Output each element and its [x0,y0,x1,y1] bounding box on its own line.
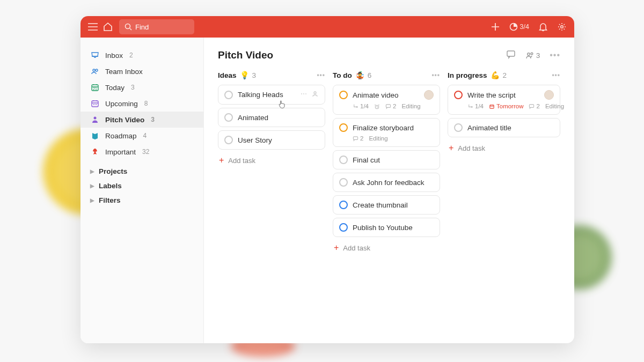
sidebar-section-projects[interactable]: ▶Projects [80,164,203,179]
task-title: Animate video [353,91,419,99]
share-button[interactable]: 3 [525,51,540,60]
svg-rect-15 [386,104,390,107]
more-icon[interactable]: ••• [550,50,560,60]
sidebar-item-count: 4 [143,132,147,139]
task-card[interactable]: Publish to Youtube [333,218,440,237]
plus-icon: + [449,144,453,152]
task-checkbox[interactable] [339,156,348,164]
chevron-right-icon: ▶ [90,183,94,189]
sidebar-item-important[interactable]: Important32 [80,144,203,160]
search-input[interactable]: Find [119,19,194,34]
task-meta: 1/42Editing [339,103,434,109]
svg-rect-16 [353,136,357,139]
task-checkbox[interactable] [339,91,348,99]
column-emoji: 🤹 [355,71,364,79]
chevron-right-icon: ▶ [90,197,94,203]
comments-icon[interactable] [506,49,516,61]
task-checkbox[interactable] [454,91,463,99]
sidebar-item-today[interactable]: 21Today3 [80,79,203,95]
svg-point-3 [93,69,95,71]
sidebar-item-count: 3 [131,84,135,91]
team-icon [90,67,100,76]
sidebar-item-inbox[interactable]: Inbox2 [80,47,203,63]
column-header: In progress💪2••• [448,71,560,79]
progress-counter[interactable]: 3/4 [509,23,529,31]
bell-icon[interactable] [539,22,547,32]
task-title: Write the script [467,91,539,99]
sidebar-item-label: Inbox [105,51,123,60]
sidebar-item-label: Important [105,148,136,156]
home-icon[interactable] [103,22,113,32]
assignee-avatar[interactable] [424,90,434,100]
add-task-button[interactable]: +Add task [218,153,325,168]
task-checkbox[interactable] [339,201,348,209]
column-more-icon[interactable]: ••• [317,71,325,79]
sidebar-item-pitch-video[interactable]: Pitch Video3 [80,112,203,128]
task-checkbox[interactable] [224,113,233,122]
task-title: Create thumbnail [353,201,434,209]
sidebar-item-count: 3 [151,116,155,123]
roadmap-icon [90,131,100,141]
task-checkbox[interactable] [339,123,348,132]
svg-point-4 [96,69,98,71]
board-column-ideas: Ideas💡3•••Talking Heads⋯AnimatedUser Sto… [218,71,325,255]
task-card[interactable]: User Story [218,130,325,150]
column-header: To do🤹6••• [333,71,440,79]
page-title: Pitch Video [218,49,273,61]
task-checkbox[interactable] [224,136,233,144]
task-card[interactable]: Talking Heads⋯ [218,85,325,105]
task-card[interactable]: Ask John for feedback [333,173,440,192]
svg-point-0 [126,24,130,29]
column-count: 2 [503,71,507,79]
task-card[interactable]: Animated [218,108,325,127]
add-icon[interactable] [491,23,500,31]
task-tag: Editing [369,135,387,142]
subtask-count: 1/4 [353,103,369,109]
board-column-in-progress: In progress💪2•••Write the script1/4Tomor… [448,71,560,255]
task-checkbox[interactable] [454,123,463,132]
task-checkbox[interactable] [224,91,233,99]
task-card[interactable]: Write the script1/4Tomorrow2Editing [448,85,560,115]
add-task-button[interactable]: +Add task [448,141,560,156]
sidebar-item-count: 8 [144,100,148,107]
task-title: Publish to Youtube [353,224,434,232]
due-date: Tomorrow [489,103,523,109]
menu-icon[interactable] [88,23,98,31]
sidebar-item-team-inbox[interactable]: Team Inbox [80,63,203,79]
task-checkbox[interactable] [339,178,348,187]
comment-count: 2 [529,103,539,109]
sidebar-section-filters[interactable]: ▶Filters [80,193,203,208]
task-card[interactable]: Animate video1/42Editing [333,85,440,115]
task-card[interactable]: Finalize storyboard2Editing [333,118,440,147]
sidebar: Inbox2Team Inbox21Today3Upcoming8Pitch V… [80,38,204,343]
column-emoji: 💪 [491,71,500,79]
sidebar-item-roadmap[interactable]: Roadmap4 [80,128,203,144]
column-more-icon[interactable]: ••• [431,71,440,79]
sidebar-item-upcoming[interactable]: Upcoming8 [80,95,203,112]
task-meta: 1/4Tomorrow2Editing [454,103,554,109]
svg-point-11 [531,53,533,55]
plus-icon: + [219,156,224,165]
sidebar-item-label: Upcoming [105,100,138,108]
more-icon[interactable]: ⋯ [301,90,307,99]
task-card[interactable]: Final cut [333,150,440,169]
assign-icon[interactable] [311,90,319,99]
task-card[interactable]: Animated title [448,118,560,137]
add-task-button[interactable]: +Add task [333,240,440,255]
reminder-icon [374,104,380,109]
search-placeholder: Find [135,23,149,31]
chevron-right-icon: ▶ [90,168,94,174]
sidebar-item-label: Today [105,84,125,92]
task-card[interactable]: Create thumbnail [333,195,440,215]
settings-icon[interactable] [557,22,567,32]
sidebar-section-labels[interactable]: ▶Labels [80,179,203,193]
column-more-icon[interactable]: ••• [552,71,560,79]
svg-text:21: 21 [93,87,97,91]
svg-point-12 [314,92,316,94]
task-checkbox[interactable] [339,223,348,232]
assignee-avatar[interactable] [544,90,554,100]
svg-point-2 [561,26,564,28]
sidebar-item-count: 2 [129,51,133,59]
pitch-icon [90,115,100,124]
svg-point-10 [528,53,530,56]
